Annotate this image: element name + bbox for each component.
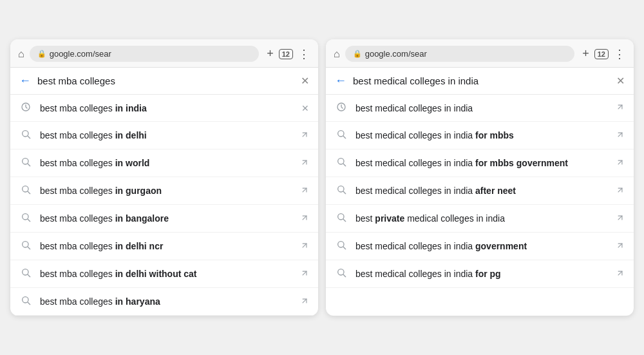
- arrow-icon: [616, 186, 625, 197]
- svg-line-8: [28, 191, 30, 194]
- svg-line-9: [303, 188, 307, 192]
- suggestion-text: best mba colleges in bangalore: [40, 213, 292, 224]
- browser-chrome-medical: ⌂ 🔒 google.com/sear + 12 ⋮: [326, 39, 634, 68]
- arrow-icon: [300, 158, 309, 169]
- arrow-icon: ✕: [301, 103, 309, 113]
- tab-count-medical[interactable]: 12: [594, 49, 609, 59]
- suggestion-row[interactable]: best medical colleges in india for pg: [326, 260, 634, 288]
- history-icon: [335, 102, 348, 114]
- suggestion-row[interactable]: best medical colleges in india governmen…: [326, 233, 634, 260]
- svg-line-11: [28, 219, 30, 222]
- arrow-icon: [300, 269, 309, 280]
- svg-line-17: [28, 274, 30, 277]
- suggestion-row[interactable]: best private medical colleges in india: [326, 205, 634, 233]
- svg-line-28: [343, 164, 346, 166]
- menu-button-medical[interactable]: ⋮: [614, 47, 626, 61]
- lock-icon-mba: 🔒: [37, 50, 46, 58]
- arrow-icon: [616, 130, 625, 141]
- lock-icon-medical: 🔒: [353, 50, 362, 58]
- svg-line-40: [343, 274, 346, 277]
- search-bar-mba: ← best mba colleges ✕: [10, 68, 318, 95]
- suggestion-text: best mba colleges in delhi without cat: [40, 269, 292, 279]
- svg-line-38: [618, 244, 622, 247]
- svg-line-20: [28, 302, 30, 305]
- svg-line-29: [618, 160, 622, 164]
- suggestion-row[interactable]: best medical colleges in india for mbbs …: [326, 149, 634, 177]
- svg-line-12: [303, 216, 307, 220]
- suggestion-row[interactable]: best medical colleges in india for mbbs: [326, 122, 634, 149]
- home-icon[interactable]: ⌂: [18, 48, 24, 60]
- search-bar-medical: ← best medical colleges in india ✕: [326, 68, 634, 95]
- suggestion-row[interactable]: best mba colleges in delhi ncr: [10, 233, 318, 260]
- suggestion-text: best mba colleges in world: [40, 158, 292, 168]
- svg-line-3: [303, 133, 307, 137]
- svg-line-31: [343, 191, 346, 194]
- search-input-medical[interactable]: best medical colleges in india: [353, 75, 610, 86]
- chrome-actions-mba: + 12 ⋮: [267, 47, 310, 61]
- svg-line-14: [28, 247, 30, 249]
- search-icon: [335, 157, 348, 169]
- svg-line-35: [618, 216, 622, 220]
- svg-line-41: [618, 271, 622, 275]
- svg-line-6: [303, 160, 307, 164]
- suggestion-text: best mba colleges in haryana: [40, 296, 292, 307]
- suggestion-row[interactable]: best mba colleges in india ✕: [10, 95, 318, 122]
- url-bar-mba[interactable]: 🔒 google.com/sear: [30, 46, 260, 62]
- arrow-icon: [616, 213, 625, 224]
- suggestion-row[interactable]: best medical colleges in india after nee…: [326, 177, 634, 205]
- search-icon: [19, 267, 32, 280]
- suggestion-row[interactable]: best mba colleges in gurgaon: [10, 177, 318, 205]
- search-icon: [19, 184, 32, 197]
- suggestion-row[interactable]: best mba colleges in world: [10, 149, 318, 177]
- suggestion-row[interactable]: best mba colleges in delhi: [10, 122, 318, 149]
- clear-button-mba[interactable]: ✕: [301, 75, 309, 87]
- new-tab-button-mba[interactable]: +: [267, 47, 274, 61]
- menu-button-mba[interactable]: ⋮: [298, 47, 310, 61]
- suggestion-text: best medical colleges in india: [355, 103, 608, 113]
- suggestion-text: best medical colleges in india after nee…: [355, 186, 608, 196]
- suggestion-row[interactable]: best medical colleges in india: [326, 95, 634, 122]
- search-icon: [335, 240, 348, 253]
- suggestion-text: best medical colleges in india governmen…: [355, 241, 608, 251]
- back-arrow-medical[interactable]: ←: [335, 74, 346, 88]
- tab-count-mba[interactable]: 12: [279, 49, 293, 59]
- chrome-actions-medical: + 12 ⋮: [582, 47, 626, 61]
- arrow-icon: [300, 130, 309, 141]
- svg-line-2: [28, 136, 30, 139]
- suggestion-text: best mba colleges in india: [40, 103, 294, 113]
- home-icon[interactable]: ⌂: [334, 48, 340, 60]
- clear-button-medical[interactable]: ✕: [616, 75, 625, 87]
- arrow-icon: [300, 241, 309, 252]
- search-icon: [335, 129, 348, 142]
- suggestion-text: best medical colleges in india for mbbs …: [355, 158, 608, 168]
- search-icon: [335, 267, 348, 280]
- new-tab-button-medical[interactable]: +: [582, 47, 589, 61]
- arrow-icon: [300, 186, 309, 197]
- arrow-icon: [300, 296, 309, 307]
- url-bar-medical[interactable]: 🔒 google.com/sear: [345, 46, 575, 62]
- svg-line-21: [303, 299, 307, 303]
- url-text-medical: google.com/sear: [365, 49, 427, 59]
- search-icon: [335, 212, 348, 225]
- svg-line-5: [28, 164, 30, 166]
- search-input-mba[interactable]: best mba colleges: [37, 75, 294, 86]
- history-icon: [19, 102, 32, 114]
- suggestion-text: best private medical colleges in india: [355, 213, 608, 224]
- svg-line-26: [618, 133, 622, 137]
- arrow-icon: [616, 241, 625, 252]
- suggestion-row[interactable]: best mba colleges in delhi without cat: [10, 260, 318, 288]
- svg-line-23: [618, 105, 622, 109]
- url-text-mba: google.com/sear: [50, 49, 111, 59]
- search-icon: [335, 184, 348, 197]
- suggestions-list-medical: best medical colleges in india best medi…: [326, 95, 634, 288]
- suggestion-text: best medical colleges in india for pg: [355, 269, 608, 279]
- arrow-icon: [300, 213, 309, 224]
- arrow-icon: [616, 158, 625, 169]
- svg-line-15: [303, 244, 307, 247]
- svg-line-32: [618, 188, 622, 192]
- suggestion-row[interactable]: best mba colleges in haryana: [10, 288, 318, 316]
- browser-chrome-mba: ⌂ 🔒 google.com/sear + 12 ⋮: [10, 39, 318, 68]
- back-arrow-mba[interactable]: ←: [19, 74, 31, 88]
- suggestion-text: best mba colleges in gurgaon: [40, 186, 292, 196]
- suggestion-row[interactable]: best mba colleges in bangalore: [10, 205, 318, 233]
